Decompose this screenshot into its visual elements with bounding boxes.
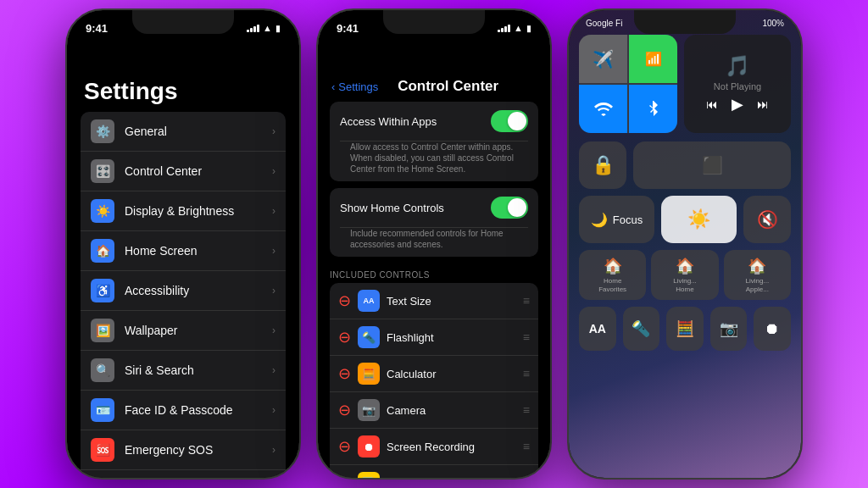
airplane-mode-btn[interactable]: ✈️ (579, 35, 627, 83)
play-icon[interactable]: ▶ (732, 95, 743, 114)
status-icons-left: ▲ ▮ (247, 23, 281, 33)
settings-item-home-screen[interactable]: 🏠 Home Screen › (81, 231, 286, 271)
drag-handle-icon-4: ≡ (523, 403, 530, 417)
access-within-apps-section: Access Within Apps Allow access to Contr… (330, 102, 538, 181)
back-button[interactable]: ‹ Settings (331, 80, 378, 93)
settings-item-general[interactable]: ⚙️ General › (81, 112, 286, 152)
drag-handle-icon-5: ≡ (523, 440, 530, 453)
battery-percent: 100% (762, 19, 784, 28)
orientation-lock-btn[interactable]: 🔒 (579, 141, 626, 189)
cellular-data-btn[interactable]: 📶 (629, 35, 677, 83)
wifi-btn[interactable] (579, 85, 627, 133)
siri-icon: 🔍 (91, 358, 114, 382)
home-apple-btn[interactable]: 🏠 Living...Apple... (724, 250, 791, 300)
wallpaper-chevron: › (272, 324, 275, 336)
notch-center (383, 10, 485, 34)
emergency-icon: 🆘 (91, 438, 114, 462)
carrier-label: Google Fi (586, 19, 622, 28)
signal-bar-2 (250, 28, 253, 32)
control-calculator[interactable]: ⊖ 🧮 Calculator ≡ (330, 356, 538, 392)
text-size-btn[interactable]: AA (579, 307, 616, 351)
minus-icon-6: ⊖ (338, 475, 351, 478)
control-flashlight[interactable]: ⊖ 🔦 Flashlight ≡ (330, 319, 538, 356)
settings-screen: 9:41 ▲ ▮ Settings (67, 10, 299, 478)
signal-bar-1 (247, 30, 249, 32)
status-icons-center: ▲ ▮ (498, 23, 531, 33)
home-favorites-btn[interactable]: 🏠 HomeFavorites (579, 250, 646, 300)
cc-settings-screen: 9:41 ▲ ▮ ‹ Sett (318, 10, 550, 478)
wallpaper-icon: 🖼️ (91, 319, 114, 342)
signal-bar-3 (253, 26, 256, 32)
calculator-btn[interactable]: 🧮 (666, 307, 704, 351)
signal-bar-c2 (501, 28, 504, 32)
settings-item-emergency[interactable]: 🆘 Emergency SOS › (81, 430, 286, 470)
show-home-controls-section: Show Home Controls Include recommended c… (330, 188, 538, 257)
next-track-icon[interactable]: ⏭ (757, 97, 769, 111)
faceid-icon: 🪪 (91, 398, 114, 422)
orient-mirror-row: 🔒 ⬛ (569, 141, 801, 189)
settings-item-accessibility[interactable]: ♿ Accessibility › (81, 271, 286, 311)
settings-item-faceid[interactable]: 🪪 Face ID & Passcode › (81, 391, 286, 430)
flashlight-btn[interactable]: 🔦 (623, 307, 660, 351)
wallpaper-label: Wallpaper (125, 324, 272, 337)
control-center-chevron: › (272, 165, 275, 177)
phone-cc-ui: Google Fi 100% ✈️ 📶 (567, 8, 803, 480)
general-icon: ⚙️ (91, 119, 114, 143)
prev-track-icon[interactable]: ⏮ (706, 97, 718, 111)
bluetooth-btn[interactable] (629, 85, 677, 133)
calculator-label: Calculator (387, 368, 516, 380)
display-label: Display & Brightness (125, 204, 272, 218)
control-camera[interactable]: ⊖ 📷 Camera ≡ (330, 392, 538, 429)
notes-icon: 📝 (358, 472, 380, 478)
screen-record-btn[interactable]: ⏺ (754, 307, 791, 351)
phones-container: 9:41 ▲ ▮ Settings (57, 0, 811, 488)
minus-icon-4: ⊖ (338, 402, 351, 418)
phone-control-center: 9:41 ▲ ▮ ‹ Sett (316, 8, 552, 480)
text-size-icon: AA (358, 290, 380, 312)
brightness-btn[interactable]: ☀️ (661, 196, 737, 243)
home-label-3: Living...Apple... (746, 277, 770, 293)
camera-icon-ui: 📷 (720, 319, 738, 338)
general-chevron: › (272, 125, 275, 137)
settings-item-exposure[interactable]: 📡 Exposure Notifications › (81, 470, 286, 478)
siri-chevron: › (272, 364, 275, 376)
camera-btn[interactable]: 📷 (710, 307, 748, 351)
control-notes[interactable]: ⊖ 📝 Notes ≡ (330, 465, 538, 478)
access-within-apps-toggle[interactable] (491, 110, 528, 132)
cc-ui-screen: Google Fi 100% ✈️ 📶 (569, 10, 801, 478)
home-icon-3: 🏠 (748, 257, 766, 275)
emergency-label: Emergency SOS (125, 443, 272, 457)
minus-icon-5: ⊖ (338, 439, 351, 454)
focus-btn[interactable]: 🌙 Focus (579, 196, 654, 243)
control-screen-recording[interactable]: ⊖ ⏺ Screen Recording ≡ (330, 429, 538, 465)
status-time-center: 9:41 (337, 22, 359, 35)
show-home-controls-desc: Include recommended controls for Home ac… (340, 228, 528, 257)
notes-label: Notes (387, 477, 516, 479)
mute-btn[interactable]: 🔇 (743, 196, 791, 243)
flashlight-icon: 🔦 (358, 326, 380, 348)
access-within-apps-row: Access Within Apps (340, 102, 528, 141)
show-home-controls-toggle[interactable] (491, 197, 528, 219)
brightness-icon: ☀️ (687, 208, 710, 230)
settings-item-siri[interactable]: 🔍 Siri & Search › (81, 351, 286, 391)
screen-mirror-btn[interactable]: ⬛ (633, 141, 791, 189)
display-chevron: › (272, 205, 275, 217)
back-label: Settings (338, 80, 378, 93)
media-controls: ⏮ ▶ ⏭ (706, 95, 769, 114)
camera-label: Camera (387, 404, 516, 417)
settings-item-control-center[interactable]: 🎛️ Control Center › (81, 152, 286, 191)
bottom-controls-row: AA 🔦 🧮 📷 ⏺ (569, 307, 801, 351)
signal-icon (247, 24, 259, 32)
emergency-chevron: › (272, 444, 275, 456)
settings-item-wallpaper[interactable]: 🖼️ Wallpaper › (81, 311, 286, 351)
screen-recording-icon: ⏺ (358, 435, 380, 458)
home-living-btn[interactable]: 🏠 Living...Home (651, 250, 718, 300)
signal-bar-c1 (498, 30, 500, 32)
control-text-size[interactable]: ⊖ AA Text Size ≡ (330, 283, 538, 319)
app-music-icon: 🎵 (725, 54, 750, 78)
signal-bar-c4 (508, 25, 510, 32)
access-within-apps-label: Access Within Apps (340, 115, 437, 128)
show-home-controls-row: Show Home Controls (340, 188, 528, 228)
settings-list: ⚙️ General › 🎛️ Control Center › ☀️ Disp… (67, 112, 299, 478)
settings-item-display[interactable]: ☀️ Display & Brightness › (81, 191, 286, 231)
